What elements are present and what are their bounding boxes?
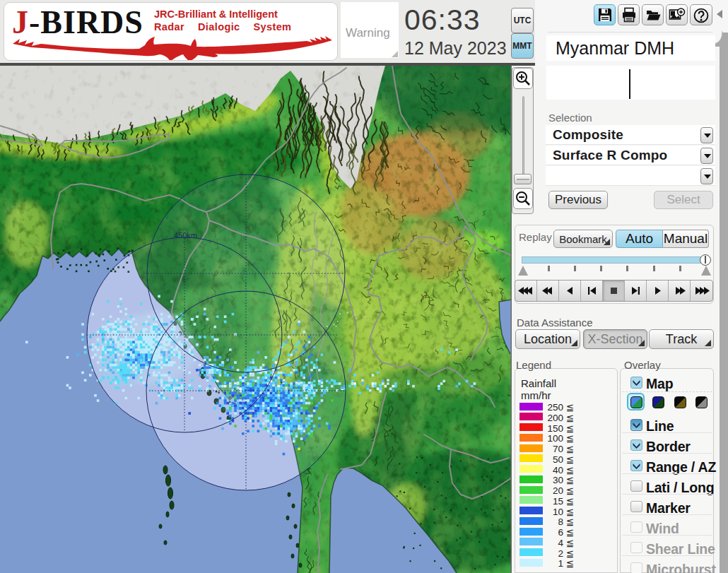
svg-text:450km: 450km xyxy=(174,231,197,240)
